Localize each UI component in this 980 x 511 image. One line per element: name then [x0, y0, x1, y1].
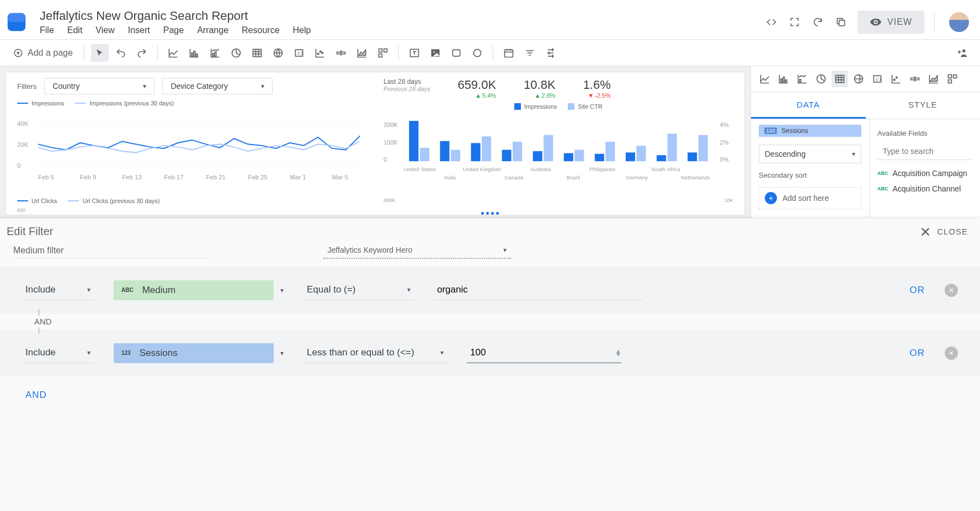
redo-button[interactable] — [133, 44, 151, 62]
value-input-2[interactable] — [467, 343, 615, 363]
menu-view[interactable]: View — [95, 25, 114, 35]
country-filter[interactable]: Country▾ — [44, 78, 155, 94]
svg-rect-8 — [196, 54, 198, 56]
svg-rect-70 — [471, 143, 481, 161]
ct-table-icon[interactable] — [832, 71, 848, 87]
field-caret-2[interactable]: ▾ — [280, 349, 284, 357]
field-caret-1[interactable]: ▾ — [280, 286, 284, 294]
number-stepper[interactable]: ▲▼ — [615, 349, 621, 356]
svg-text:United Kingdom: United Kingdom — [463, 166, 501, 172]
embed-icon[interactable] — [765, 15, 778, 29]
area-chart-icon[interactable] — [353, 44, 371, 62]
ct-scorecard-icon[interactable]: 2.1 — [869, 71, 886, 87]
sessions-chip[interactable]: 123Sessions — [759, 125, 861, 137]
remove-row-1[interactable]: ✕ — [945, 284, 958, 297]
ct-geo-icon[interactable] — [850, 71, 867, 87]
menu-help[interactable]: Help — [293, 25, 311, 35]
fullscreen-icon[interactable] — [788, 15, 801, 29]
table-icon[interactable] — [248, 44, 266, 62]
add-people-icon[interactable] — [954, 44, 971, 62]
data-source-select[interactable]: Jeffalytics Keyword Hero▾ — [323, 242, 511, 259]
menu-file[interactable]: File — [40, 25, 54, 35]
field-chip-medium[interactable]: ABCMedium — [114, 280, 274, 300]
image-tool-icon[interactable] — [427, 44, 444, 62]
or-button-2[interactable]: OR — [910, 348, 925, 359]
field-acq-channel[interactable]: ABCAcquisition Channel — [877, 181, 972, 196]
pivot-table-icon[interactable] — [374, 44, 392, 62]
ct-line-icon[interactable] — [757, 71, 773, 87]
remove-row-2[interactable]: ✕ — [945, 347, 958, 360]
include-exclude-1[interactable]: Include▾ — [22, 280, 94, 300]
text-tool-icon[interactable] — [406, 44, 423, 62]
circle-tool-icon[interactable] — [468, 44, 486, 62]
and-connector: AND — [0, 317, 980, 326]
copy-icon[interactable] — [834, 15, 848, 29]
ct-area-icon[interactable] — [925, 71, 942, 87]
svg-rect-78 — [595, 154, 604, 161]
scatter-chart-icon[interactable] — [311, 44, 329, 62]
value-input-1[interactable] — [434, 280, 643, 300]
menu-insert[interactable]: Insert — [128, 25, 150, 35]
and-add-button[interactable]: AND — [0, 380, 980, 411]
document-title[interactable]: Jeffalytics New Organic Search Report — [38, 9, 765, 23]
geo-chart-icon[interactable] — [269, 44, 287, 62]
tab-data[interactable]: DATA — [751, 92, 866, 119]
title-area: Jeffalytics New Organic Search Report Fi… — [38, 9, 765, 35]
svg-rect-33 — [504, 50, 513, 57]
field-acq-campaign[interactable]: ABCAcquisition Campaign — [877, 166, 972, 181]
date-range-icon[interactable] — [500, 44, 518, 62]
eye-icon — [870, 16, 882, 28]
undo-button[interactable] — [112, 44, 130, 62]
line-chart-icon[interactable] — [164, 44, 182, 62]
add-page-button[interactable]: Add a page — [9, 48, 77, 58]
ct-scatter-icon[interactable] — [888, 71, 904, 87]
filter-title: Edit Filter — [7, 225, 53, 238]
menu-edit[interactable]: Edit — [67, 25, 83, 35]
ct-bullet-icon[interactable] — [907, 71, 923, 87]
field-search[interactable] — [877, 143, 972, 160]
divider — [934, 12, 935, 32]
pie-chart-icon[interactable] — [227, 44, 245, 62]
refresh-icon[interactable] — [811, 15, 824, 29]
svg-rect-83 — [668, 134, 677, 161]
svg-text:Netherlands: Netherlands — [681, 174, 710, 180]
ct-pie-icon[interactable] — [813, 71, 829, 87]
tab-style[interactable]: STYLE — [866, 92, 981, 119]
svg-point-21 — [319, 51, 321, 52]
svg-rect-77 — [574, 150, 584, 161]
clicks-legend: Url Clicks Url Clicks (previous 30 days) — [17, 198, 367, 204]
field-chip-sessions[interactable]: 123Sessions — [114, 343, 274, 363]
combo-chart-icon[interactable] — [206, 44, 224, 62]
condition-1[interactable]: Equal to (=)▾ — [303, 280, 414, 300]
select-tool[interactable] — [91, 44, 109, 62]
rectangle-tool-icon[interactable] — [448, 44, 465, 62]
ct-pivot-icon[interactable] — [944, 71, 961, 87]
ct-bar-icon[interactable] — [775, 71, 792, 87]
data-control-icon[interactable] — [542, 44, 560, 62]
ct-combo-icon[interactable] — [794, 71, 811, 87]
view-button[interactable]: VIEW — [858, 10, 924, 34]
svg-text:Germany: Germany — [626, 174, 648, 180]
secondary-sort-label: Secondary sort — [759, 171, 861, 179]
scorecard-icon[interactable]: 2.1 — [290, 44, 308, 62]
device-filter[interactable]: Device Category▾ — [162, 78, 273, 94]
filter-name[interactable]: Medium filter — [13, 243, 207, 258]
include-exclude-2[interactable]: Include▾ — [22, 343, 94, 363]
menu-arrange[interactable]: Arrange — [197, 25, 228, 35]
user-avatar[interactable] — [949, 12, 969, 32]
bar-chart-icon[interactable] — [185, 44, 203, 62]
close-button[interactable]: CLOSE — [919, 226, 968, 238]
bullet-chart-icon[interactable] — [332, 44, 350, 62]
sort-direction[interactable]: Descending▾ — [759, 145, 861, 163]
menu-page[interactable]: Page — [163, 25, 184, 35]
filter-control-icon[interactable] — [521, 44, 539, 62]
expand-handle[interactable] — [481, 212, 499, 215]
menu-resource[interactable]: Resource — [242, 25, 279, 35]
or-button-1[interactable]: OR — [910, 285, 925, 296]
svg-text:Canada: Canada — [504, 174, 524, 180]
add-sort-button[interactable]: +Add sort here — [759, 187, 861, 209]
condition-2[interactable]: Less than or equal to (<=)▾ — [303, 343, 447, 363]
svg-text:Feb 9: Feb 9 — [80, 174, 96, 180]
field-search-input[interactable] — [883, 147, 979, 156]
svg-text:40K: 40K — [17, 120, 29, 127]
